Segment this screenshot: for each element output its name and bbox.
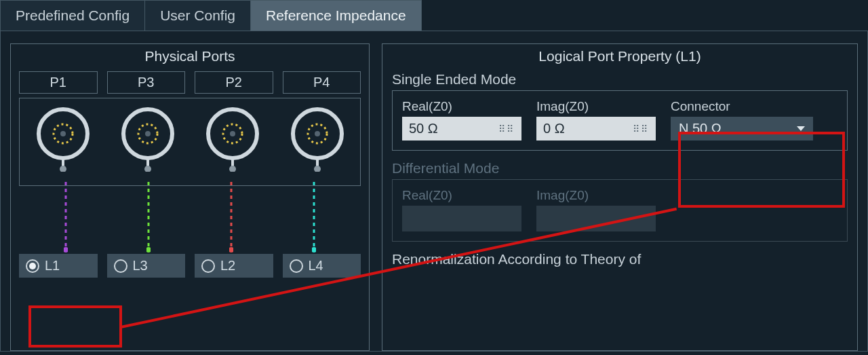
svg-point-2 [60, 131, 66, 136]
svg-point-7 [145, 131, 151, 136]
differential-mode-group: Real(Z0) Imag(Z0) [392, 179, 848, 242]
diff-real-z0-input [402, 206, 521, 231]
logical-port-label: L4 [309, 258, 323, 274]
single-ended-label: Single Ended Mode [392, 71, 857, 88]
renormalization-label: Renormalization According to Theory of [392, 251, 857, 267]
property-panel-title: Logical Port Property (L1) [382, 44, 857, 69]
diff-real-z0-label: Real(Z0) [402, 188, 521, 203]
real-z0-label: Real(Z0) [402, 99, 521, 114]
coax-icon[interactable] [287, 107, 348, 172]
physical-ports-panel: Physical Ports P1 P3 P2 P4 [10, 43, 370, 351]
single-ended-group: Real(Z0) 50 Ω ⠿⠿ Imag(Z0) 0 Ω ⠿⠿ Connect… [392, 90, 848, 151]
port-header-p2: P2 [195, 71, 273, 94]
radio-icon [290, 259, 303, 273]
imag-z0-input[interactable]: 0 Ω ⠿⠿ [536, 117, 656, 141]
port-connectors-box [19, 98, 361, 186]
logical-port-l2[interactable]: L2 [195, 254, 273, 278]
real-z0-input[interactable]: 50 Ω ⠿⠿ [402, 117, 521, 141]
port-header-p4: P4 [283, 71, 361, 94]
differential-mode-label: Differential Mode [392, 160, 857, 176]
imag-z0-label: Imag(Z0) [536, 99, 656, 114]
diff-imag-z0-input [536, 206, 656, 231]
diff-imag-z0-label: Imag(Z0) [536, 188, 656, 203]
tab-user-config[interactable]: User Config [145, 1, 251, 31]
coax-icon[interactable] [117, 107, 178, 172]
logical-port-l3[interactable]: L3 [107, 254, 186, 278]
svg-point-25 [229, 247, 233, 253]
svg-point-9 [144, 166, 151, 172]
tab-bar: Predefined Config User Config Reference … [0, 0, 422, 31]
chevron-down-icon [797, 126, 805, 131]
physical-ports-title: Physical Ports [11, 44, 369, 69]
port-link-lines [24, 182, 355, 254]
logical-port-property-panel: Logical Port Property (L1) Single Ended … [382, 43, 858, 351]
svg-point-19 [314, 166, 321, 172]
keypad-icon: ⠿⠿ [633, 127, 649, 131]
svg-point-14 [229, 166, 236, 172]
svg-point-23 [146, 247, 151, 253]
radio-icon [26, 259, 39, 273]
logical-port-label: L1 [45, 258, 60, 274]
connector-label: Connector [671, 99, 813, 114]
logical-port-l1[interactable]: L1 [19, 254, 98, 278]
radio-icon [201, 259, 215, 273]
connector-dropdown[interactable]: N 50 Ω [671, 117, 813, 141]
svg-point-4 [60, 166, 66, 172]
tab-predefined-config[interactable]: Predefined Config [1, 1, 145, 31]
keypad-icon: ⠿⠿ [498, 127, 515, 131]
svg-point-21 [64, 247, 68, 253]
tab-reference-impedance[interactable]: Reference Impedance [251, 1, 421, 31]
port-header-p3: P3 [107, 71, 186, 94]
svg-point-12 [230, 131, 235, 136]
svg-point-17 [315, 131, 320, 136]
logical-port-label: L2 [220, 258, 235, 274]
logical-port-l4[interactable]: L4 [283, 254, 361, 278]
coax-icon[interactable] [202, 107, 263, 172]
svg-point-27 [312, 247, 316, 253]
coax-icon[interactable] [33, 107, 94, 172]
page-body: Physical Ports P1 P3 P2 P4 [0, 31, 868, 352]
port-header-p1: P1 [19, 71, 98, 94]
logical-port-label: L3 [133, 258, 148, 274]
radio-icon [114, 259, 127, 273]
